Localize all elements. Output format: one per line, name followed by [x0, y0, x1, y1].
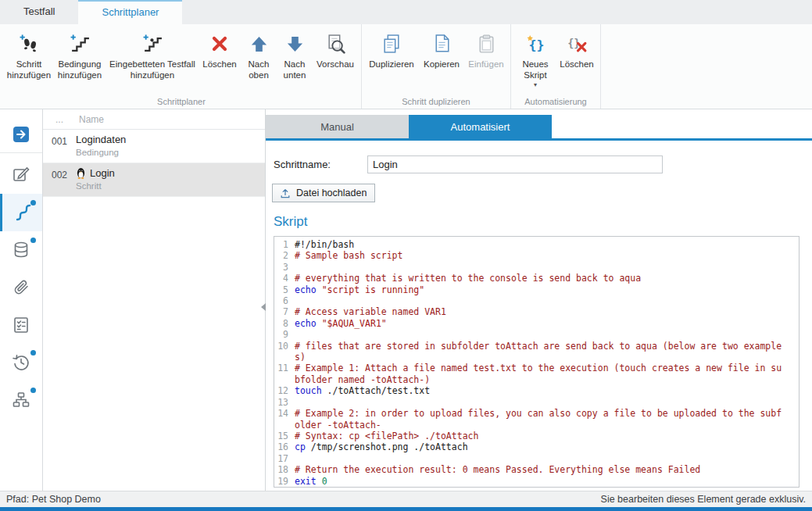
copy-button[interactable]: Kopieren: [418, 29, 465, 72]
script-code-editor[interactable]: 1#!/bin/bash2# Sample bash script3 4# ev…: [274, 236, 799, 488]
braces-sparkle-icon: {}: [525, 30, 546, 57]
code-line: 19exit 0: [274, 476, 799, 487]
stairs-person-add-icon: [142, 30, 163, 57]
steps-menu-column-header[interactable]: ...: [43, 114, 76, 125]
paste-clipboard-icon: [476, 30, 497, 57]
delete-script-button[interactable]: {} Löschen: [556, 29, 597, 72]
line-number: 13: [274, 397, 295, 408]
line-number: 7: [274, 306, 295, 317]
statusbar: Pfad: Pet Shop Demo Sie bearbeiten diese…: [0, 491, 812, 507]
ribbon-group-automatisierung: {} Neues Skript ▾ {} Löschen Automatisie…: [511, 24, 601, 109]
code-text: # Syntax: cp <filePath> ./toAttach: [295, 431, 782, 441]
script-heading: Skript: [274, 214, 812, 230]
line-number: 11: [274, 363, 295, 373]
dock-steps-icon[interactable]: [0, 194, 42, 231]
tab-automatisiert[interactable]: Automatisiert: [409, 115, 552, 138]
step-subtitle: Bedingung: [76, 148, 126, 157]
step-name-label: Schrittname:: [274, 159, 367, 170]
step-title-text: Logindaten: [76, 134, 126, 145]
steps-list-header: ... Name: [43, 109, 265, 130]
line-number: 10: [274, 341, 295, 352]
add-step-button[interactable]: Schritt hinzufügen: [5, 29, 53, 82]
notification-dot: [30, 238, 36, 243]
code-text: exit 0: [295, 476, 782, 487]
group-label-duplizieren: Schritt duplizieren: [362, 97, 510, 106]
code-text: touch ./toAttach/test.txt: [295, 385, 782, 396]
code-text: echo "script is running": [295, 284, 782, 295]
tab-testfall[interactable]: Testfall: [0, 0, 78, 24]
line-number: 15: [274, 431, 295, 441]
preview-button[interactable]: Vorschau: [313, 29, 358, 72]
new-script-dropdown-chevron[interactable]: ▾: [534, 82, 537, 88]
bottom-accent-bar: [0, 507, 812, 511]
add-embedded-testcase-button[interactable]: Eingebetteten Testfall hinzufügen: [106, 29, 199, 82]
new-script-button[interactable]: {} Neues Skript ▾: [514, 29, 556, 90]
code-text: # everything that is written to the cons…: [295, 273, 782, 284]
dock-checklist-icon[interactable]: [0, 306, 42, 344]
steps-panel: ... Name 001LogindatenBedingung002LoginS…: [43, 109, 266, 491]
line-number: 5: [274, 284, 295, 295]
tab-schrittplaner[interactable]: Schrittplaner: [78, 0, 182, 24]
main-panel: Manual Automatisiert Schrittname: Datei …: [266, 109, 812, 491]
upload-file-button[interactable]: Datei hochladen: [272, 184, 375, 202]
dock-attachments-icon[interactable]: [0, 269, 42, 306]
code-text: [295, 262, 782, 273]
line-number: 14: [274, 408, 295, 419]
upload-icon: [279, 187, 292, 199]
code-text: [295, 397, 782, 408]
notification-dot: [30, 200, 36, 205]
dock-database-icon[interactable]: [0, 231, 42, 269]
move-up-button[interactable]: Nach oben: [241, 29, 277, 82]
code-text: # Sample bash script: [295, 250, 782, 261]
code-text: # Access variable named VAR1: [295, 306, 782, 317]
code-line: 5echo "script is running": [274, 284, 799, 295]
code-line: 14# Example 2: in order to upload files,…: [274, 408, 799, 431]
step-body: LoginSchritt: [76, 167, 115, 191]
ribbon: Schritt hinzufügen Bedingung hinzufügen …: [0, 24, 812, 109]
script-delete-icon: {}: [567, 30, 588, 57]
red-x-icon: [209, 30, 230, 57]
code-line: 13: [274, 397, 799, 408]
penguin-icon: [76, 167, 86, 179]
line-number: 18: [274, 464, 295, 475]
stairs-add-icon: [70, 30, 91, 57]
code-line: 10# files that are stored in subfolder t…: [274, 341, 799, 363]
step-title: Logindaten: [76, 134, 126, 145]
paste-button[interactable]: Einfügen: [465, 29, 507, 72]
code-text: [295, 329, 782, 340]
line-number: 8: [274, 318, 295, 329]
steps-name-column-header: Name: [76, 114, 104, 125]
code-text: # Example 2: in order to upload files, y…: [295, 408, 782, 431]
statusbar-lock-message: Sie bearbeiten dieses Element gerade exk…: [601, 494, 806, 505]
dock-history-icon[interactable]: [0, 344, 42, 381]
code-line: 2# Sample bash script: [274, 250, 799, 261]
dock-edit-icon[interactable]: [0, 156, 42, 194]
notification-dot: [30, 388, 36, 393]
tab-manual[interactable]: Manual: [266, 115, 409, 138]
move-down-button[interactable]: Nach unten: [277, 29, 313, 82]
add-condition-button[interactable]: Bedingung hinzufügen: [53, 29, 106, 82]
step-row[interactable]: 001LogindatenBedingung: [43, 130, 265, 163]
group-label-schrittplaner: Schrittplaner: [2, 97, 361, 106]
dock-hierarchy-icon[interactable]: [0, 381, 42, 419]
code-line: 1#!/bin/bash: [274, 239, 799, 250]
copy-sheet-icon: [431, 30, 453, 57]
dock-execution-icon[interactable]: [0, 116, 42, 153]
code-line: 8echo "$AQUA_VAR1": [274, 318, 799, 329]
line-number: 17: [274, 453, 295, 464]
line-number: 12: [274, 385, 295, 396]
delete-step-button[interactable]: Löschen: [199, 29, 241, 72]
duplicate-button[interactable]: Duplizieren: [365, 29, 418, 72]
preview-magnifier-icon: [325, 30, 346, 57]
notification-dot: [30, 350, 36, 356]
step-name-input[interactable]: [367, 155, 663, 173]
ribbon-group-duplizieren: Duplizieren Kopieren Einfügen Schritt du…: [362, 24, 511, 109]
step-subtitle: Schritt: [76, 181, 115, 191]
upload-button-label: Datei hochladen: [296, 188, 367, 198]
arrow-down-icon: [285, 30, 305, 57]
step-body: LogindatenBedingung: [76, 134, 126, 158]
code-line: 9: [274, 329, 799, 340]
step-row[interactable]: 002LoginSchritt: [43, 163, 265, 197]
line-number: 16: [274, 441, 295, 452]
step-detail-tabs: Manual Automatisiert: [266, 115, 812, 138]
